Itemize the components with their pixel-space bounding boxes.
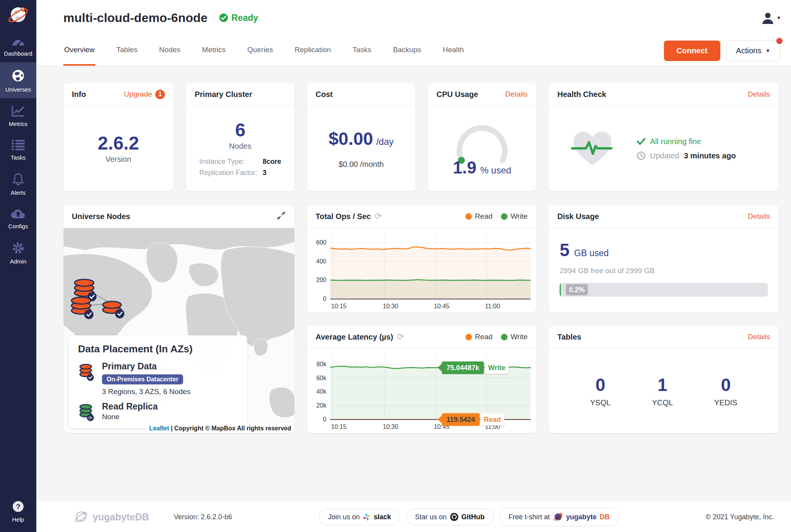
tab-queries[interactable]: Queries: [246, 36, 274, 66]
universe-title: multi-cloud-demo-6node: [63, 11, 207, 25]
sidebar-item-configs[interactable]: Configs: [0, 201, 36, 235]
cpu-details-link[interactable]: Details: [505, 90, 528, 99]
sidebar-item-metrics[interactable]: Metrics: [0, 98, 36, 133]
world-map[interactable]: Data Placement (In AZs): [63, 228, 294, 433]
card-title: CPU Usage: [436, 90, 478, 99]
tables-details-link[interactable]: Details: [748, 333, 770, 341]
sidebar-item-tasks[interactable]: Tasks: [0, 133, 36, 166]
tab-tasks[interactable]: Tasks: [352, 36, 372, 66]
check-circle-icon: [219, 13, 228, 22]
card-title: Health Check: [557, 90, 606, 99]
svg-text:⟳: ⟳: [88, 415, 92, 421]
disk-details-link[interactable]: Details: [748, 212, 770, 221]
disk-usage-fill: [560, 283, 561, 297]
write-legend-dot: [501, 334, 508, 340]
avatar: [761, 11, 775, 25]
disk-usage-bar: 0.2%: [560, 283, 768, 297]
primary-data-icon: [78, 361, 95, 396]
value-marker-read: 119.5424Read: [438, 413, 504, 426]
upgrade-link[interactable]: Upgrade1: [124, 90, 165, 99]
card-title: Disk Usage: [557, 212, 599, 221]
sidebar-item-label: Universes: [5, 86, 31, 93]
avg-latency-card: Average Latency (µs) ⟳ Read Write 020k40…: [307, 326, 536, 433]
health-updated-value: 3 minutes ago: [684, 151, 736, 160]
svg-text:40k: 40k: [316, 388, 327, 395]
refresh-icon[interactable]: ⟳: [375, 211, 382, 221]
tab-bar: Overview Tables Nodes Metrics Queries Re…: [63, 36, 780, 66]
tshirt-button[interactable]: Free t-shirt at yugabyteDB: [500, 508, 619, 526]
connect-button[interactable]: Connect: [664, 41, 720, 61]
read-replica-label: Read Replica: [102, 401, 158, 412]
svg-text:?: ?: [16, 503, 20, 511]
cpu-percent-unit: % used: [480, 165, 511, 176]
leaflet-link[interactable]: Leaflet: [149, 425, 169, 432]
status-badge: Ready: [219, 13, 258, 23]
cost-card: Cost $0.00 /day $0.00 /month: [307, 83, 415, 191]
user-menu[interactable]: ▾: [761, 11, 780, 25]
slack-button[interactable]: Join us on slack: [319, 509, 400, 525]
health-details-link[interactable]: Details: [748, 90, 770, 99]
card-title: Tables: [557, 333, 581, 342]
cost-per-day: $0.00: [329, 128, 373, 149]
health-status-text: All running fine: [650, 137, 701, 146]
heartbeat-icon: [571, 130, 614, 168]
dashboard-grid: Info Upgrade1 2.6.2 Version Primary Clus…: [36, 66, 791, 433]
placement-title: Data Placement (In AZs): [78, 343, 238, 355]
svg-text:10:30: 10:30: [383, 423, 398, 430]
card-title: Primary Cluster: [195, 90, 252, 99]
replication-factor-label: Replication Factor:: [199, 169, 257, 177]
sidebar-item-universes[interactable]: Universes: [0, 62, 36, 98]
svg-text:60k: 60k: [316, 375, 327, 381]
upgrade-count-badge: 1: [155, 90, 165, 99]
chart-icon: [11, 105, 25, 117]
version-label: Version: [105, 155, 131, 164]
sidebar-item-label: Alerts: [11, 189, 25, 196]
sidebar-item-dashboard[interactable]: Dashboard: [0, 29, 36, 62]
github-icon: [450, 513, 458, 521]
primary-data-desc: 3 Regions, 3 AZS, 6 Nodes: [102, 388, 190, 396]
svg-text:11:00: 11:00: [485, 303, 500, 309]
ycql-count: 1 YCQL: [652, 374, 673, 407]
cpu-percent-value: 1.9: [453, 158, 476, 177]
info-card: Info Upgrade1 2.6.2 Version: [63, 83, 173, 191]
total-ops-chart[interactable]: 020040060010:1510:3010:4511:00: [309, 228, 535, 311]
chart-title: Total Ops / Sec: [316, 212, 371, 221]
sidebar-item-help[interactable]: ? Help: [0, 494, 36, 528]
chart-title: Average Latency (µs): [316, 333, 393, 342]
tab-replication[interactable]: Replication: [294, 36, 332, 66]
slack-icon: [363, 513, 370, 521]
avg-latency-chart[interactable]: 020k40k60k80k10:1510:3010:4511:0075.0448…: [309, 348, 535, 432]
yugabyte-planet-logo[interactable]: [0, 0, 36, 29]
expand-icon[interactable]: [277, 211, 286, 222]
total-ops-card: Total Ops / Sec ⟳ Read Write 02004006001…: [307, 205, 536, 313]
actions-button[interactable]: Actions ▼: [726, 40, 780, 61]
footer-brand: yugabyteDB: [73, 509, 149, 525]
read-legend-dot: [465, 213, 472, 220]
provider-badge: On-Premises Datacenter: [102, 374, 183, 384]
question-icon: ?: [12, 500, 24, 513]
tab-overview[interactable]: Overview: [63, 36, 95, 66]
sidebar-item-label: Tasks: [11, 154, 25, 161]
read-replica-icon: ⟳: [78, 401, 95, 422]
refresh-icon[interactable]: ⟳: [397, 332, 404, 342]
tab-nodes[interactable]: Nodes: [158, 36, 181, 66]
tab-backups[interactable]: Backups: [392, 36, 422, 66]
gauge-icon: [11, 35, 25, 47]
list-icon: [11, 139, 25, 151]
sidebar-item-label: Configs: [8, 223, 28, 229]
health-updated-label: Updated: [650, 151, 679, 160]
disk-used-value: 5: [560, 240, 570, 260]
tab-health[interactable]: Health: [442, 36, 465, 66]
sidebar-item-alerts[interactable]: Alerts: [0, 166, 36, 201]
sidebar-item-label: Help: [12, 516, 24, 523]
svg-text:10:30: 10:30: [383, 303, 398, 309]
tab-tables[interactable]: Tables: [115, 36, 138, 66]
svg-text:10:45: 10:45: [434, 303, 449, 309]
sidebar-item-admin[interactable]: Admin: [0, 235, 36, 270]
chevron-down-icon: ▾: [777, 14, 780, 21]
sidebar-item-label: Admin: [10, 258, 27, 265]
tab-metrics[interactable]: Metrics: [201, 36, 226, 66]
cost-day-unit: /day: [376, 136, 394, 147]
github-button[interactable]: Star us on GitHub: [406, 508, 493, 525]
footer: yugabyteDB Version: 2.6.2.0-b6 Join us o…: [36, 502, 791, 532]
